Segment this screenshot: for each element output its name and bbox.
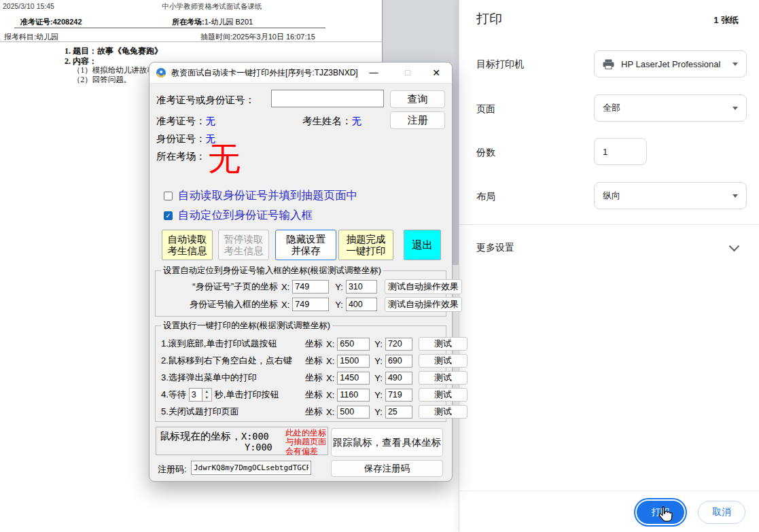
sheet-count: 1 张纸: [713, 14, 739, 26]
query-label: 准考证号或身份证号：: [156, 94, 255, 107]
x-label: X:: [326, 356, 334, 366]
spin-up-icon[interactable]: ▲: [202, 389, 211, 395]
more-settings-label: 更多设置: [476, 242, 514, 254]
tool-window-titlebar[interactable]: 教资面试自动读卡一键打印外挂[序列号:TJZ3BNXD] — □ ✕: [149, 63, 452, 84]
autolocate-checkbox[interactable]: ✓: [164, 211, 173, 220]
doc-draw-time: 抽题时间:2025年3月10日 16:07:15: [200, 32, 315, 42]
print-row-5: 5.关闭试题打印页面 坐标 X: Y: 测试: [161, 404, 467, 419]
cancel-button[interactable]: 取消: [698, 501, 745, 524]
doc-title: 中小学教师资格考试面试备课纸: [42, 2, 382, 12]
id-label: 身份证号：: [156, 133, 206, 144]
print-row-2-y-input[interactable]: [385, 355, 412, 368]
autolocate-checkbox-label[interactable]: 自动定位到身份证号输入框: [178, 208, 313, 223]
print-dialog-panel: 打印 1 张纸 目标打印机 HP LaserJet Professional 页…: [459, 0, 759, 532]
print-row-2-test-button[interactable]: 测试: [419, 354, 467, 368]
locate-row-1-label: “身份证号”子页的坐标: [161, 281, 278, 293]
more-settings-toggle[interactable]: 更多设置: [459, 234, 759, 260]
regcode-label: 注册码:: [158, 463, 187, 476]
query-button[interactable]: 查询: [390, 90, 445, 108]
print-row-3-test-button[interactable]: 测试: [419, 371, 467, 385]
autofill-checkbox-label[interactable]: 自动读取身份证号并填到抽题页面中: [178, 188, 357, 203]
settings-divider: [459, 224, 759, 225]
coord-label: 坐标: [305, 389, 323, 401]
coord-label: 坐标: [305, 338, 323, 350]
locate-row-2-label: 身份证号输入框的坐标: [161, 298, 278, 311]
print-row-5-x-input[interactable]: [337, 406, 370, 419]
doc-subject: 报考科目:幼儿园: [4, 32, 58, 42]
auto-read-button[interactable]: 自动读取 考生信息: [162, 230, 213, 260]
spin-down-icon[interactable]: ▼: [202, 395, 211, 401]
print-row-1-y-input[interactable]: [385, 338, 412, 351]
locate-row-2-test-button[interactable]: 测试自动操作效果: [385, 297, 462, 312]
save-regcode-button[interactable]: 保存注册码: [331, 460, 443, 477]
chevron-down-icon: [729, 241, 740, 252]
doc-ticket-row: 准考证号:4208242: [20, 15, 82, 27]
pause-read-button[interactable]: 暂停读取 考生信息: [218, 230, 269, 260]
chevron-down-icon: [732, 107, 738, 110]
print-row-2-x-input[interactable]: [337, 355, 370, 368]
print-row-4-test-button[interactable]: 测试: [419, 388, 467, 402]
track-mouse-button[interactable]: 跟踪鼠标，查看具体坐标: [331, 428, 443, 457]
pages-value: 全部: [603, 102, 620, 114]
print-coords-group: 设置执行一键打印的坐标(根据测试调整坐标) 1.滚到底部,单击打印试题按钮 坐标…: [155, 325, 446, 422]
minimize-icon[interactable]: —: [364, 63, 384, 83]
print-row-5-y-input[interactable]: [385, 406, 412, 419]
x-label: X:: [326, 390, 334, 400]
print-row-3-x-input[interactable]: [337, 372, 370, 385]
doc-venue-value: 1-幼儿园 B201: [205, 18, 253, 26]
layout-select[interactable]: 纵向: [594, 182, 747, 209]
print-row-3-y-input[interactable]: [385, 372, 412, 385]
app-icon: [156, 67, 166, 80]
name-label: 考生姓名：: [302, 116, 352, 126]
x-label: X:: [281, 282, 289, 292]
print-row-5-test-button[interactable]: 测试: [419, 405, 467, 419]
ticket-label: 准考证号：: [156, 116, 206, 126]
locate-row-1-test-button[interactable]: 测试自动操作效果: [385, 279, 462, 294]
regcode-input[interactable]: [191, 461, 311, 475]
y-label: Y:: [374, 390, 383, 400]
venue-label: 所在考场：: [156, 150, 206, 163]
maximize-icon[interactable]: □: [398, 63, 418, 83]
id-row: 身份证号：无: [156, 132, 215, 145]
print-row-4-y-input[interactable]: [385, 389, 412, 402]
print-button[interactable]: 打印: [637, 501, 684, 524]
layout-label: 布局: [476, 191, 495, 203]
locate-row-2-y-input[interactable]: [346, 298, 377, 311]
copies-input[interactable]: 1: [594, 138, 647, 165]
print-row-1-x-input[interactable]: [337, 338, 370, 351]
print-row-1-test-button[interactable]: 测试: [419, 337, 467, 351]
print-row-4-x-input[interactable]: [337, 389, 370, 402]
autofill-checkbox[interactable]: [164, 192, 173, 200]
locate-row-1-x-input[interactable]: [292, 280, 329, 294]
exit-button[interactable]: 退出: [404, 230, 441, 260]
mouse-coords-box: 鼠标现在的坐标，X:000 Y:000 此处的坐标 与抽题页面 会有偏差: [156, 427, 328, 455]
doc-ticket-value: 4208242: [53, 18, 82, 26]
destination-select[interactable]: HP LaserJet Professional: [594, 50, 747, 77]
layout-value: 纵向: [603, 190, 620, 202]
locate-row-2-x-input[interactable]: [292, 298, 329, 311]
y-label: Y:: [335, 282, 343, 292]
y-label: Y:: [335, 300, 343, 310]
register-button[interactable]: 注册: [390, 111, 445, 129]
query-input[interactable]: [271, 90, 384, 107]
wait-seconds-spinner[interactable]: ▲▼: [189, 388, 212, 402]
mouse-y-value: Y:000: [245, 442, 272, 453]
x-label: X:: [281, 300, 289, 310]
ticket-row: 准考证号：无: [156, 115, 215, 128]
close-icon[interactable]: ✕: [426, 63, 446, 83]
y-label: Y:: [374, 339, 383, 349]
pages-select[interactable]: 全部: [594, 94, 747, 122]
hide-save-button[interactable]: 隐藏设置 并保存: [275, 230, 336, 260]
coords-offset-warning: 此处的坐标 与抽题页面 会有偏差: [285, 429, 326, 456]
one-key-print-button[interactable]: 抽题完成 一键打印: [338, 230, 393, 260]
y-label: Y:: [374, 407, 383, 417]
locate-row-1-y-input[interactable]: [346, 280, 377, 294]
locate-coords-legend: 设置自动定位到身份证号输入框的坐标(根据测试调整坐标): [161, 265, 383, 277]
mouse-coords-label: 鼠标现在的坐标，: [160, 430, 241, 442]
chevron-down-icon: [732, 63, 738, 66]
wait-seconds-input[interactable]: [189, 388, 202, 402]
name-row: 考生姓名：无: [302, 115, 361, 128]
print-row-4: 4.等待 ▲▼ 秒,单击打印按钮 坐标 X: Y: 测试: [161, 387, 467, 402]
locate-row-2: 身份证号输入框的坐标 X: Y: 测试自动操作效果: [161, 297, 462, 312]
chevron-down-icon: [732, 194, 738, 198]
